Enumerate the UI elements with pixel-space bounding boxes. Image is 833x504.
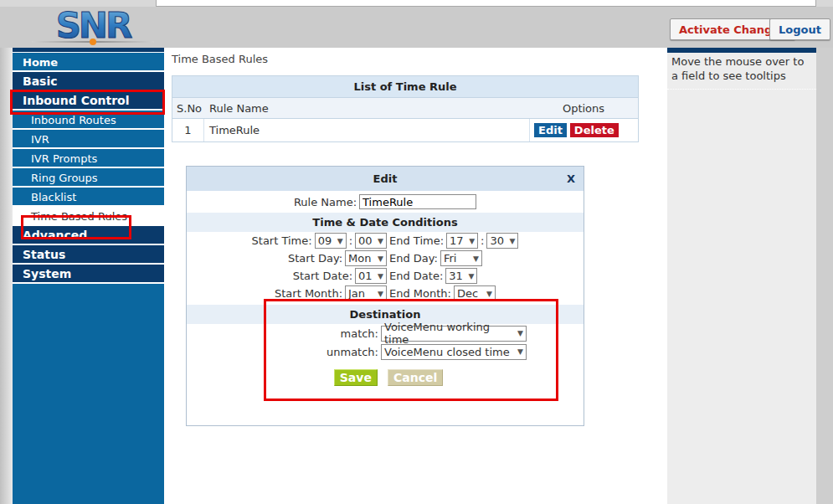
end-day-select[interactable]: Fri▼ <box>440 250 482 266</box>
chevron-down-icon: ▼ <box>473 255 479 263</box>
sidebar-item-home[interactable]: Home <box>13 53 164 72</box>
table-title: List of Time Rule <box>172 76 638 98</box>
unmatch-row: unmatch: VoiceMenu closed time▼ <box>187 342 584 361</box>
table-row: 1 TimeRule Edit Delete <box>172 119 638 141</box>
time-date-conditions-header: Time & Date Conditions <box>187 213 584 232</box>
logout-button[interactable]: Logout <box>769 18 830 40</box>
sidebar-item-basic[interactable]: Basic <box>13 72 164 91</box>
start-time-label: Start Time: <box>252 234 312 247</box>
start-month-select[interactable]: Jan▼ <box>345 285 387 301</box>
sidebar-item-ring-groups[interactable]: Ring Groups <box>13 168 164 188</box>
chevron-down-icon: ▼ <box>337 237 343 245</box>
match-label: match: <box>187 327 381 340</box>
chevron-down-icon: ▼ <box>469 237 475 245</box>
column-header-options: Options <box>529 98 638 118</box>
start-day-label: Start Day: <box>288 252 342 265</box>
end-month-select[interactable]: Dec▼ <box>454 285 496 301</box>
chevron-down-icon: ▼ <box>378 272 383 280</box>
start-end-month-row: Start Month: Jan▼ End Month: Dec▼ <box>187 285 584 302</box>
dialog-header: Edit X <box>187 167 584 191</box>
edit-button[interactable]: Edit <box>534 123 567 137</box>
start-date-select[interactable]: 01▼ <box>355 268 387 284</box>
sidebar-item-time-based-rules[interactable]: Time Based Rules <box>13 207 164 226</box>
sidebar-item-ivr[interactable]: IVR <box>13 130 164 149</box>
dialog-buttons: Save Cancel <box>193 369 584 386</box>
chevron-down-icon: ▼ <box>378 237 383 245</box>
row-options: Edit Delete <box>529 119 638 141</box>
row-rule-name: TimeRule <box>204 119 529 141</box>
start-time-hour-select[interactable]: 09▼ <box>315 233 347 249</box>
chevron-down-icon: ▼ <box>510 237 516 245</box>
end-date-label: End Date: <box>389 270 443 282</box>
chevron-down-icon: ▼ <box>378 290 383 298</box>
chevron-down-icon: ▼ <box>468 272 474 280</box>
sidebar-item-system[interactable]: System <box>13 265 164 284</box>
dialog-title: Edit <box>373 172 398 185</box>
header: SNR Activate Changes Logout <box>0 7 833 48</box>
chevron-down-icon: ▼ <box>378 255 383 263</box>
column-header-rule-name: Rule Name <box>204 98 529 118</box>
logo-orange-dot <box>90 39 96 45</box>
chevron-down-icon: ▼ <box>517 329 523 337</box>
snr-logo: SNR <box>30 7 156 50</box>
left-gutter <box>0 48 13 504</box>
rule-name-row: Rule Name: <box>187 191 584 213</box>
sidebar-item-blacklist[interactable]: Blacklist <box>13 188 164 207</box>
chevron-down-icon: ▼ <box>517 347 523 356</box>
sidebar-item-advanced[interactable]: Advanced <box>13 226 164 245</box>
row-sno: 1 <box>172 119 204 141</box>
close-icon[interactable]: X <box>567 167 575 191</box>
chevron-down-icon: ▼ <box>486 290 492 298</box>
start-end-date-row: Start Date: 01▼ End Date: 31▼ <box>187 267 584 285</box>
sidebar: Home Basic Inbound Control Inbound Route… <box>13 48 164 504</box>
column-header-sno: S.No <box>172 98 204 118</box>
sidebar-item-status[interactable]: Status <box>13 245 164 265</box>
tooltip-panel: Move the mouse over to a field to see to… <box>667 48 816 504</box>
right-edge-strip <box>816 48 833 504</box>
end-time-minute-select[interactable]: 30▼ <box>486 233 518 249</box>
sidebar-item-ivr-prompts[interactable]: IVR Prompts <box>13 149 164 168</box>
end-day-label: End Day: <box>389 252 438 265</box>
match-select[interactable]: VoiceMenu working time▼ <box>381 326 527 342</box>
sidebar-item-inbound-control[interactable]: Inbound Control <box>13 91 164 111</box>
end-time-hour-select[interactable]: 17▼ <box>446 233 478 249</box>
top-strip <box>0 0 833 7</box>
unmatch-label: unmatch: <box>187 346 381 358</box>
start-day-select[interactable]: Mon▼ <box>345 250 387 266</box>
end-time-label: End Time: <box>389 234 444 247</box>
page: SNR Activate Changes Logout Home Basic I… <box>0 0 833 504</box>
end-month-label: End Month: <box>389 287 451 300</box>
cancel-button[interactable]: Cancel <box>388 369 443 386</box>
rule-name-input[interactable] <box>359 194 476 209</box>
time-rule-table: List of Time Rule S.No Rule Name Options… <box>172 75 639 142</box>
start-month-label: Start Month: <box>275 287 342 300</box>
unmatch-select[interactable]: VoiceMenu closed time▼ <box>381 344 527 360</box>
page-title: Time Based Rules <box>172 53 268 65</box>
end-date-select[interactable]: 31▼ <box>445 268 477 284</box>
start-date-label: Start Date: <box>293 270 352 282</box>
tooltip-text: Move the mouse over to a field to see to… <box>667 53 816 90</box>
match-row: match: VoiceMenu working time▼ <box>187 324 584 342</box>
save-button[interactable]: Save <box>334 369 378 386</box>
delete-button[interactable]: Delete <box>570 123 619 137</box>
sidebar-item-inbound-routes[interactable]: Inbound Routes <box>13 111 164 130</box>
main-content: Time Based Rules List of Time Rule S.No … <box>164 48 667 504</box>
snr-logo-icon: SNR <box>30 7 156 48</box>
table-header-row: S.No Rule Name Options <box>172 98 638 119</box>
start-end-day-row: Start Day: Mon▼ End Day: Fri▼ <box>187 249 584 267</box>
start-time-minute-select[interactable]: 00▼ <box>355 233 387 249</box>
start-end-time-row: Start Time: 09▼ : 00▼ End Time: 17▼ : 30… <box>187 232 584 249</box>
time-colon: : <box>349 234 352 247</box>
time-colon: : <box>481 234 484 247</box>
edit-dialog: Edit X Rule Name: Time & Date Conditions… <box>186 166 584 426</box>
browser-bar-remnant <box>156 0 816 7</box>
rule-name-label: Rule Name: <box>294 196 357 208</box>
